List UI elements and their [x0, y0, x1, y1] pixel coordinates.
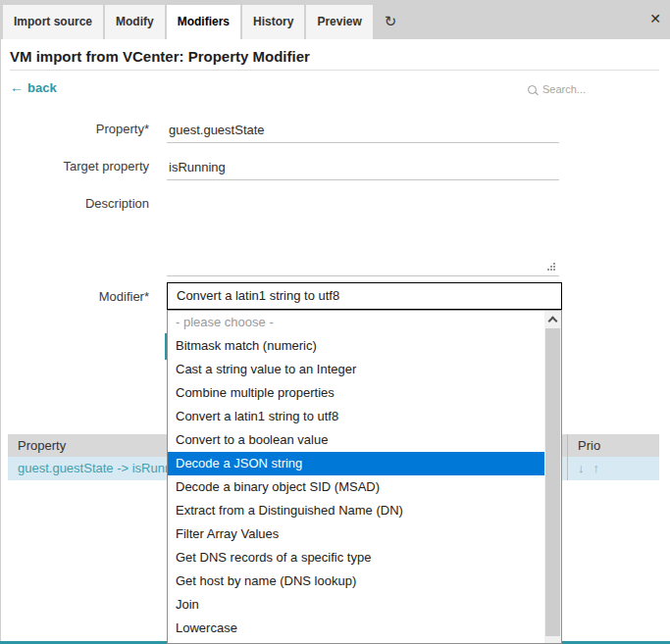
dropdown-scrollbar[interactable]: [544, 311, 561, 643]
scrollbar-thumb[interactable]: [545, 328, 560, 636]
dropdown-option[interactable]: Cast a string value to an Integer: [168, 358, 561, 381]
dropdown-option-highlighted[interactable]: Decode a JSON string: [168, 452, 544, 475]
back-button[interactable]: ← back: [10, 79, 57, 95]
modifier-dropdown-list: - please choose - Bitmask match (numeric…: [167, 310, 562, 644]
close-icon[interactable]: ✕: [649, 11, 661, 26]
dropdown-option[interactable]: Convert a latin1 string to utf8: [168, 405, 561, 428]
back-arrow-icon: ←: [10, 79, 24, 95]
prio-down-icon[interactable]: ↓: [578, 461, 585, 475]
dropdown-option[interactable]: Lowercase: [168, 617, 561, 640]
dropdown-option[interactable]: Get host by name (DNS lookup): [168, 570, 561, 593]
target-property-label: Target property: [0, 159, 149, 173]
search-input[interactable]: [541, 82, 633, 96]
property-input[interactable]: [167, 117, 559, 143]
dropdown-option[interactable]: Bitmask match (numeric): [168, 334, 561, 358]
table-row-prio: ↓↑: [567, 457, 659, 480]
vm-import-modifier-page: Import source Modify Modifiers History P…: [0, 0, 670, 644]
dropdown-option[interactable]: Extract from a Distinguished Name (DN): [168, 499, 561, 522]
tab-import-source[interactable]: Import source: [3, 5, 103, 39]
dropdown-option[interactable]: Join: [168, 593, 561, 617]
search-icon: [528, 85, 537, 94]
prio-up-icon[interactable]: ↑: [593, 461, 600, 475]
dropdown-option[interactable]: Filter Array Values: [168, 522, 561, 546]
tab-preview[interactable]: Preview: [306, 5, 372, 39]
property-label: Property*: [0, 122, 149, 136]
modifier-select[interactable]: Convert a latin1 string to utf8: [167, 282, 562, 310]
tab-history[interactable]: History: [242, 5, 304, 39]
description-label: Description: [0, 196, 149, 211]
resize-grip-icon[interactable]: [553, 263, 555, 265]
dropdown-option[interactable]: - please choose -: [168, 311, 561, 334]
refresh-icon[interactable]: ↻: [375, 5, 407, 39]
scroll-up-icon[interactable]: [544, 311, 561, 327]
title-divider: [10, 70, 659, 71]
back-label: back: [27, 80, 57, 95]
modifier-label: Modifier*: [0, 289, 149, 304]
column-header-prio: Prio: [567, 434, 659, 457]
target-property-input[interactable]: [167, 154, 559, 180]
tab-modify[interactable]: Modify: [105, 5, 165, 39]
tab-modifiers[interactable]: Modifiers: [167, 5, 240, 43]
tab-bar: Import source Modify Modifiers History P…: [0, 0, 670, 39]
dropdown-option[interactable]: Combine multiple properties: [168, 381, 561, 405]
dropdown-option[interactable]: Decode a binary object SID (MSAD): [168, 475, 561, 499]
dropdown-option[interactable]: Get DNS records of a specific type: [168, 546, 561, 570]
description-textarea[interactable]: [167, 192, 559, 276]
search-box: [528, 82, 633, 96]
dropdown-option[interactable]: Convert to a boolean value: [168, 428, 561, 452]
page-title: VM import from VCenter: Property Modifie…: [10, 48, 310, 65]
